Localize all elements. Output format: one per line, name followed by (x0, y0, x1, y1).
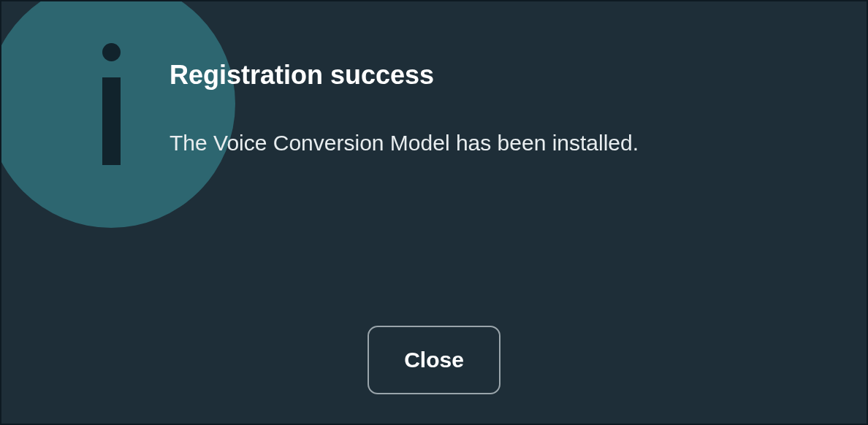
close-button[interactable]: Close (368, 326, 500, 394)
dialog-message: The Voice Conversion Model has been inst… (170, 131, 639, 156)
dialog-button-container: Close (1, 326, 867, 394)
info-icon-bar (102, 77, 121, 165)
info-icon-dot (102, 43, 121, 61)
dialog-content: Registration success The Voice Conversio… (170, 60, 639, 156)
info-dialog: Registration success The Voice Conversio… (1, 1, 867, 424)
dialog-title: Registration success (170, 60, 639, 91)
info-icon (102, 43, 121, 165)
